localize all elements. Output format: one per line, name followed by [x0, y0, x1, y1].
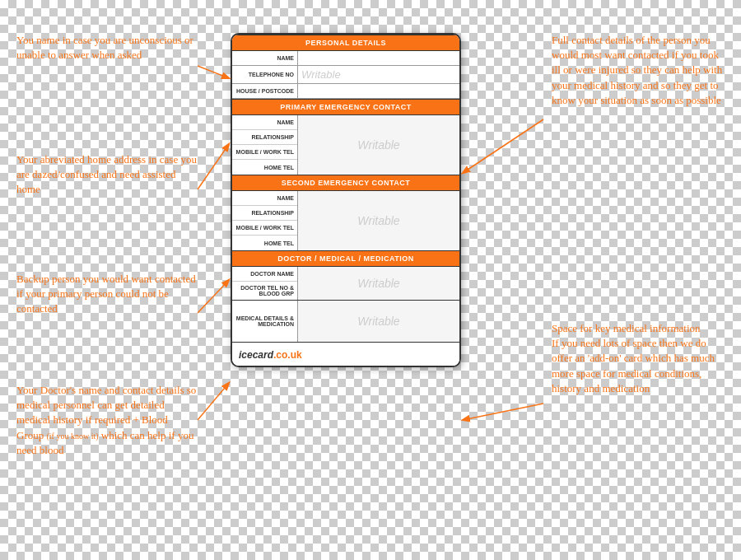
second-writable[interactable]: Writable: [298, 191, 459, 250]
svg-line-5: [463, 404, 543, 420]
doctor-rows: DOCTOR NAME DOCTOR TEL NO & BLOOD GRP Wr…: [232, 267, 459, 300]
doctor-labels: DOCTOR NAME DOCTOR TEL NO & BLOOD GRP: [232, 267, 298, 300]
svg-line-4: [463, 119, 543, 173]
second-relationship-label: RELATIONSHIP: [232, 206, 297, 221]
doctor-writable[interactable]: Writable: [298, 267, 459, 300]
primary-name-label: NAME: [232, 115, 297, 130]
svg-line-1: [198, 144, 229, 189]
card-footer: icecard.co.uk: [232, 343, 459, 366]
second-contact-labels: NAME RELATIONSHIP MOBILE / WORK TEL HOME…: [232, 191, 298, 250]
annotation-right-2: Space for key medical informationIf you …: [552, 321, 725, 396]
second-emergency-header: SECOND EMERGENCY CONTACT: [232, 175, 459, 191]
primary-mobile-label: MOBILE / WORK TEL: [232, 145, 297, 160]
personal-details-header: PERSONAL DETAILS: [232, 35, 459, 51]
second-name-label: NAME: [232, 191, 297, 206]
primary-contact-rows: NAME RELATIONSHIP MOBILE / WORK TEL HOME…: [232, 115, 459, 175]
svg-line-0: [198, 66, 229, 78]
primary-hometel-label: HOME TEL: [232, 160, 297, 175]
annotation-right-1: Full contact details of the person you w…: [552, 33, 725, 108]
postcode-row: HOUSE / POSTCODE: [232, 84, 459, 99]
primary-relationship-label: RELATIONSHIP: [232, 130, 297, 145]
doctor-name-label: DOCTOR NAME: [232, 267, 297, 282]
doctor-tel-label: DOCTOR TEL NO & BLOOD GRP: [232, 282, 297, 300]
name-value[interactable]: [298, 51, 459, 65]
brand-domain: .co.uk: [273, 349, 302, 361]
name-row: NAME: [232, 51, 459, 66]
annotation-left-1: You name in case you are unconscious or …: [16, 33, 198, 63]
primary-emergency-header: PRIMARY EMERGENCY CONTACT: [232, 99, 459, 115]
postcode-label: HOUSE / POSTCODE: [232, 84, 298, 98]
postcode-value[interactable]: [298, 84, 459, 98]
doctor-header: DOCTOR / MEDICAL / MEDICATION: [232, 250, 459, 267]
second-mobile-label: MOBILE / WORK TEL: [232, 221, 297, 236]
medical-label: MEDICAL DETAILS & MEDICATION: [232, 301, 298, 342]
telephone-value[interactable]: Writable: [298, 66, 459, 83]
second-hometel-label: HOME TEL: [232, 236, 297, 250]
svg-line-3: [198, 383, 229, 420]
medical-section: MEDICAL DETAILS & MEDICATION Writable: [232, 300, 459, 343]
telephone-row: TELEPHONE NO Writable: [232, 66, 459, 84]
brand-text: icecard: [239, 349, 273, 361]
primary-writable[interactable]: Writable: [298, 115, 459, 175]
annotation-left-3: Backup person you would want contacted i…: [16, 272, 198, 317]
telephone-label: TELEPHONE NO: [232, 66, 298, 83]
icecard: PERSONAL DETAILS NAME TELEPHONE NO Writa…: [231, 33, 461, 367]
second-contact-rows: NAME RELATIONSHIP MOBILE / WORK TEL HOME…: [232, 191, 459, 250]
name-label: NAME: [232, 51, 298, 65]
annotation-left-2: Your abreviated home address in case you…: [16, 152, 198, 198]
brand-logo: icecard.co.uk: [239, 349, 302, 361]
primary-contact-labels: NAME RELATIONSHIP MOBILE / WORK TEL HOME…: [232, 115, 298, 175]
svg-line-2: [198, 280, 229, 313]
medical-writable[interactable]: Writable: [298, 301, 459, 342]
annotation-left-4: Your Doctor's name and contact details s…: [16, 383, 198, 458]
